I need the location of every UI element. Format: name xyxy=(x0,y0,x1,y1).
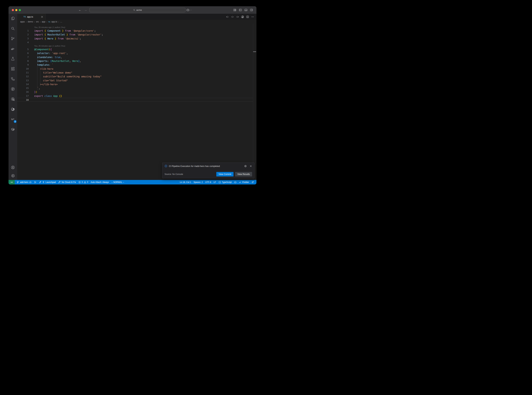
status-text: Auto Attach: Always xyxy=(91,181,109,183)
blame-annotation: You, 26 minutes ago | 1 author (You) xyxy=(17,26,253,29)
status-item-cursor-position[interactable]: Ln 18, Col 1 xyxy=(179,180,192,184)
swirl-extension-icon xyxy=(11,107,15,111)
notification-source: Source: Nx Console xyxy=(165,173,183,176)
commit-graph-icon[interactable] xyxy=(241,16,244,18)
code-editor[interactable]: You, 26 minutes ago | 1 author (You)1imp… xyxy=(17,24,256,180)
zoom-window-button[interactable] xyxy=(19,9,21,11)
status-item-launchpad[interactable]: Launchpad xyxy=(38,180,57,184)
nav-target-icon[interactable] xyxy=(231,16,234,18)
status-item-vim-mode[interactable]: -- NORMAL -- xyxy=(110,180,125,184)
view-results-button[interactable]: View Results xyxy=(235,172,252,176)
status-text: 0 xyxy=(87,181,88,183)
git-changes-icon xyxy=(34,181,37,183)
status-text: Spaces: 2 xyxy=(193,181,203,183)
code-line: 8 imports: [RouterOutlet, Hero], xyxy=(17,59,253,63)
activity-bar-item-gitlens-inspect[interactable] xyxy=(9,95,17,104)
status-item-eol[interactable]: LF xyxy=(212,180,217,184)
status-item-formatter-prettier[interactable]: Prettier xyxy=(238,180,250,184)
line-number: 6 xyxy=(17,51,29,55)
activity-bar-item-settings[interactable] xyxy=(9,172,17,180)
line-number: 18 xyxy=(17,98,29,102)
command-center-query: acme xyxy=(136,9,142,11)
minimize-window-button[interactable] xyxy=(15,9,17,11)
tab-label: app.ts xyxy=(27,16,33,18)
scrollbar-track[interactable] xyxy=(253,24,253,180)
close-window-button[interactable] xyxy=(12,9,14,11)
more-actions-icon[interactable] xyxy=(251,16,254,18)
activity-bar-item-search[interactable] xyxy=(9,24,17,33)
activity-bar-item-explorer[interactable] xyxy=(9,14,17,23)
status-text: UTF-8 xyxy=(205,181,211,183)
status-text: TypeScript xyxy=(222,181,232,183)
code-line: 5@Component({ xyxy=(17,48,253,51)
breadcrumb-separator: › xyxy=(58,21,59,23)
breadcrumb-item-file[interactable]: app.ts xyxy=(51,21,57,23)
badge: 2 xyxy=(14,120,16,123)
breadcrumb-item[interactable]: apps xyxy=(20,21,25,23)
split-editor-icon[interactable] xyxy=(246,16,249,18)
status-text: 0 xyxy=(82,181,83,183)
close-icon[interactable] xyxy=(41,16,43,18)
wrench-icon xyxy=(58,181,61,183)
status-item-problems[interactable]: 00 xyxy=(77,180,89,184)
status-item-notifications-bell[interactable] xyxy=(250,180,255,184)
status-item-copilot-status[interactable] xyxy=(233,180,238,184)
activity-bar-item-project-flow[interactable] xyxy=(9,75,17,83)
code-line: 1import { Component } from '@angular/cor… xyxy=(17,29,253,33)
code-line: 14 ></lib-hero> xyxy=(17,82,253,86)
status-item-branch-add-hero[interactable]: add-hero xyxy=(16,180,33,184)
gear-icon[interactable] xyxy=(244,165,247,167)
copilot-menu-button[interactable] xyxy=(186,6,192,14)
gitlens-icon xyxy=(11,87,15,91)
activity-bar-item-extensions[interactable] xyxy=(9,65,17,73)
activity-bar-item-container[interactable] xyxy=(9,125,17,134)
remote-indicator[interactable]: >< xyxy=(9,180,15,184)
status-item-auto-attach[interactable]: Auto Attach: Always xyxy=(90,180,110,184)
activity-bar-item-gitlens[interactable] xyxy=(9,85,17,93)
breadcrumb-item[interactable]: app xyxy=(42,21,45,23)
tab-app-ts[interactable]: TS app.ts xyxy=(17,14,46,20)
activity-bar-item-nx-console[interactable]: 2 xyxy=(9,115,17,124)
line-number: 17 xyxy=(17,94,29,98)
gitlens-inspect-icon xyxy=(11,97,15,101)
line-number: 2 xyxy=(17,33,29,37)
status-text: Prettier xyxy=(242,181,249,183)
close-icon[interactable] xyxy=(249,165,252,167)
explorer-icon xyxy=(11,16,15,21)
status-text: Launchpad xyxy=(46,181,56,183)
layout-panel-icon[interactable] xyxy=(244,9,247,11)
status-bar: >< add-heroLaunchpadNx Cloud AI Fix00Aut… xyxy=(9,180,256,184)
layout-sidebar-left-icon[interactable] xyxy=(239,9,242,11)
line-number: 5 xyxy=(17,48,29,51)
container-icon xyxy=(11,127,15,132)
layout-sidebar-right-icon[interactable] xyxy=(250,9,253,11)
activity-bar-item-testing[interactable] xyxy=(9,55,17,63)
activity-bar-item-source-control[interactable] xyxy=(9,34,17,43)
nav-forward-icon[interactable] xyxy=(236,16,239,18)
breadcrumb-separator: › xyxy=(46,21,47,23)
status-item-indentation[interactable]: Spaces: 2 xyxy=(192,180,204,184)
activity-bar: 2 xyxy=(9,14,17,180)
status-item-language-mode[interactable]: {}TypeScript xyxy=(217,180,233,184)
command-center-search[interactable]: acme xyxy=(90,8,185,12)
source-control-icon xyxy=(11,37,15,41)
navigate-back-button[interactable]: ← xyxy=(79,6,81,14)
navigate-forward-button[interactable]: → xyxy=(84,6,87,14)
nav-back-icon[interactable] xyxy=(226,16,229,18)
notification-toast: CI Pipeline Execution for #add-hero has … xyxy=(162,163,254,178)
activity-bar-item-run-and-debug[interactable] xyxy=(9,44,17,53)
status-item-git-changes[interactable] xyxy=(33,180,38,184)
status-item-encoding[interactable]: UTF-8 xyxy=(204,180,212,184)
view-commit-button[interactable]: View Commit xyxy=(216,172,233,176)
activity-bar-item-accounts[interactable] xyxy=(9,163,17,172)
editor-actions xyxy=(226,14,254,20)
git-branch-icon xyxy=(17,181,19,183)
activity-bar-item-swirl-extension[interactable] xyxy=(9,105,17,114)
breadcrumb-item[interactable]: demo xyxy=(28,21,33,23)
code-line: 11 title="Welcmoe demo" xyxy=(17,71,253,75)
layout-customize-icon[interactable] xyxy=(233,9,236,11)
rocket-icon xyxy=(39,181,41,183)
status-item-nx-cloud-ai-fix[interactable]: Nx Cloud AI Fix xyxy=(57,180,77,184)
breadcrumb-item[interactable]: src xyxy=(36,21,39,23)
breadcrumb-tail[interactable]: … xyxy=(60,21,62,23)
